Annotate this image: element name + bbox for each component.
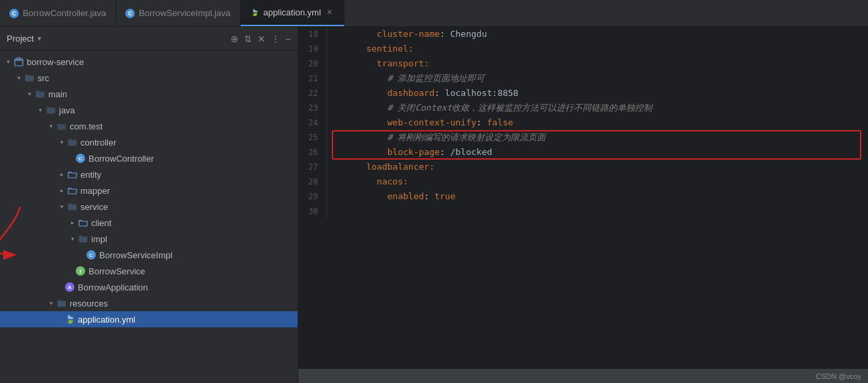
tab-application-yml[interactable]: 🍃 application.yml ✕ <box>241 0 345 26</box>
code-line-20: 20 transport: <box>298 56 868 71</box>
tree-arrow-com.test[interactable]: ▾ <box>46 121 56 131</box>
tree-item-entity[interactable]: ▸entity <box>0 166 298 182</box>
folder-icon <box>78 233 88 244</box>
tree-arrow-java[interactable]: ▾ <box>35 105 46 115</box>
tree-item-BorrowServiceImpl[interactable]: CBorrowServiceImpl <box>0 247 298 263</box>
editor-panel: 18 cluster-name: Chengdu19 sentinel:20 t… <box>298 27 868 383</box>
project-icon <box>13 56 24 67</box>
folder-icon <box>35 89 46 99</box>
tree-arrow-impl[interactable]: ▾ <box>67 233 78 244</box>
tab-label-3: application.yml <box>263 7 321 17</box>
tree-arrow-client[interactable]: ▸ <box>67 217 78 228</box>
status-text: CSDN @vcoy <box>816 372 861 380</box>
code-line-30: 30 <box>298 204 868 219</box>
panel-title: Project ▾ <box>7 34 42 44</box>
tab-borrow-controller[interactable]: C BorrowController.java <box>0 0 116 26</box>
tree-arrow-BorrowApplication[interactable] <box>56 282 64 292</box>
tree-item-label: impl <box>91 234 107 244</box>
tree-arrow-mapper[interactable]: ▸ <box>56 185 67 196</box>
code-line-26: 26 block-page: /blocked <box>298 145 868 160</box>
tree-arrow-borrow-service[interactable]: ▾ <box>3 56 13 67</box>
tree-item-com.test[interactable]: ▾com.test <box>0 118 298 134</box>
tree-item-label: service <box>80 202 108 212</box>
tree-item-BorrowController[interactable]: CBorrowController <box>0 150 298 166</box>
tree-item-BorrowService[interactable]: IBorrowService <box>0 263 298 279</box>
tree-item-client[interactable]: ▸client <box>0 215 298 231</box>
code-area[interactable]: 18 cluster-name: Chengdu19 sentinel:20 t… <box>298 27 868 368</box>
more-icon[interactable]: ⋮ <box>271 34 280 44</box>
code-line-19: 19 sentinel: <box>298 42 868 56</box>
tree-item-label: src <box>38 73 49 83</box>
minimize-icon[interactable]: − <box>286 34 291 44</box>
tree-item-java[interactable]: ▾java <box>0 102 298 118</box>
tree-item-controller[interactable]: ▾controller <box>0 134 298 150</box>
tree-item-BorrowApplication[interactable]: ABorrowApplication <box>0 279 298 295</box>
code-line-27: 27 loadbalancer: <box>298 160 868 174</box>
tree-item-mapper[interactable]: ▸mapper <box>0 182 298 199</box>
tree-item-impl[interactable]: ▾impl <box>0 231 298 247</box>
tree-item-borrow-service[interactable]: ▾borrow-service <box>0 54 298 70</box>
tree-item-label: main <box>48 89 67 99</box>
tree-item-label: mapper <box>80 186 110 196</box>
folder-icon <box>46 105 56 115</box>
tree-arrow-service[interactable]: ▾ <box>56 201 67 212</box>
tree-arrow-BorrowServiceImpl[interactable] <box>78 250 86 260</box>
java-app-icon: A <box>64 282 75 292</box>
tree-arrow-entity[interactable]: ▸ <box>56 169 67 180</box>
yml-file-icon: 🍃 <box>64 314 75 325</box>
main-area: Project ▾ ⊕ ⇅ ✕ ⋮ − ▾borrow-service▾src▾… <box>0 27 868 383</box>
folder-icon <box>56 298 67 309</box>
code-line-29: 29 enabled: true <box>298 189 868 204</box>
tree-item-application.yml[interactable]: 🍃application.yml <box>0 311 298 327</box>
tree-item-label: application.yml <box>78 315 135 325</box>
tree-item-label: BorrowService <box>88 266 145 276</box>
tab-label-2: BorrowServiceImpl.java <box>139 8 231 18</box>
tree-item-label: resources <box>70 298 108 309</box>
tree-arrow-application.yml[interactable] <box>56 314 64 325</box>
tree-item-src[interactable]: ▾src <box>0 70 298 86</box>
tree-arrow-main[interactable]: ▾ <box>24 89 35 99</box>
tree-arrow-resources[interactable]: ▾ <box>46 298 56 309</box>
code-line-23: 23 # 关闭Context收敛，这样被监控方法可以进行不同链路的单独控制 <box>298 101 868 115</box>
tree-arrow-BorrowController[interactable] <box>67 153 75 164</box>
folder-icon <box>78 217 88 228</box>
folder-icon <box>67 137 78 148</box>
project-label: Project <box>7 34 34 44</box>
tree-arrow-BorrowService[interactable] <box>67 266 75 276</box>
tree-item-label: BorrowServiceImpl <box>99 250 172 260</box>
code-table: 18 cluster-name: Chengdu19 sentinel:20 t… <box>298 27 868 219</box>
tree-item-label: com.test <box>70 121 103 131</box>
panel-actions: ⊕ ⇅ ✕ ⋮ − <box>231 34 291 44</box>
tree-item-label: entity <box>80 170 101 180</box>
project-tree[interactable]: ▾borrow-service▾src▾main▾java▾com.test▾c… <box>0 51 298 383</box>
tree-item-label: BorrowApplication <box>78 282 148 292</box>
close-icon[interactable]: ✕ <box>257 34 265 44</box>
project-panel: Project ▾ ⊕ ⇅ ✕ ⋮ − ▾borrow-service▾src▾… <box>0 27 298 383</box>
java-c-icon-2: C <box>125 9 135 18</box>
tree-item-label: controller <box>80 138 116 148</box>
java-class-icon: C <box>86 250 97 260</box>
tree-arrow-controller[interactable]: ▾ <box>56 137 67 148</box>
java-c-icon: C <box>9 9 19 18</box>
yml-icon: 🍃 <box>250 8 259 17</box>
chevron-down-icon[interactable]: ▾ <box>38 34 42 43</box>
tab-close-button[interactable]: ✕ <box>325 8 334 17</box>
tree-arrow-src[interactable]: ▾ <box>13 72 24 83</box>
folder-icon <box>67 169 78 180</box>
folder-icon <box>67 185 78 196</box>
tab-bar: C BorrowController.java C BorrowServiceI… <box>0 0 868 27</box>
tree-item-service[interactable]: ▾service <box>0 199 298 215</box>
tab-borrow-service-impl[interactable]: C BorrowServiceImpl.java <box>116 0 241 26</box>
sync-icon[interactable]: ⇅ <box>244 34 252 44</box>
tree-item-label: borrow-service <box>27 57 84 67</box>
target-icon[interactable]: ⊕ <box>231 34 239 44</box>
java-interface-icon: I <box>75 266 86 276</box>
tree-item-main[interactable]: ▾main <box>0 86 298 102</box>
tree-item-resources[interactable]: ▾resources <box>0 295 298 311</box>
tree-item-label: client <box>91 218 111 228</box>
java-class-icon: C <box>75 153 86 164</box>
tree-item-label: BorrowController <box>88 154 154 164</box>
panel-header: Project ▾ ⊕ ⇅ ✕ ⋮ − <box>0 27 298 51</box>
tree-item-label: java <box>59 105 75 115</box>
code-line-21: 21 # 添加监控页面地址即可 <box>298 71 868 86</box>
